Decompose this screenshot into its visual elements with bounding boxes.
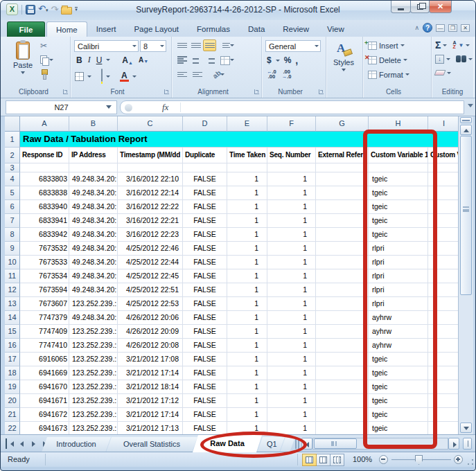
cell[interactable]: 1: [267, 297, 316, 311]
cell[interactable]: 6941669: [20, 366, 69, 380]
name-box-dropdown-icon[interactable]: [106, 105, 112, 109]
workbook-minimize-icon[interactable]: —: [436, 24, 445, 32]
comma-format-button[interactable]: ,: [295, 55, 298, 66]
font-size-select[interactable]: 8: [140, 40, 166, 52]
grow-font-button[interactable]: A▲: [121, 55, 134, 65]
cell[interactable]: [428, 408, 458, 422]
next-sheet-icon[interactable]: [28, 438, 37, 449]
cell[interactable]: [316, 380, 369, 394]
cell[interactable]: [428, 325, 458, 339]
cell[interactable]: [428, 380, 458, 394]
header-cell[interactable]: Seq. Number: [267, 148, 316, 163]
cell[interactable]: 1: [267, 366, 316, 380]
cell[interactable]: FALSE: [183, 394, 227, 408]
cell[interactable]: [428, 297, 458, 311]
cell[interactable]: ayhrw: [369, 311, 428, 325]
cell[interactable]: 1: [227, 366, 267, 380]
decrease-decimal-icon[interactable]: .00→.0: [282, 69, 292, 79]
normal-view-button[interactable]: [302, 454, 317, 466]
cell[interactable]: [428, 214, 458, 228]
column-header-F[interactable]: F: [267, 116, 316, 132]
cell[interactable]: [316, 163, 369, 172]
column-header-B[interactable]: B: [69, 116, 118, 132]
cell[interactable]: 4/25/2012 22:53: [118, 297, 183, 311]
italic-button[interactable]: I: [87, 55, 92, 65]
row-header-7[interactable]: 7: [5, 214, 20, 228]
cell[interactable]: [316, 256, 369, 269]
cell[interactable]: FALSE: [183, 366, 227, 380]
cell[interactable]: 123.252.239.:: [69, 380, 118, 394]
cell[interactable]: 1: [267, 283, 316, 297]
cell[interactable]: [428, 394, 458, 408]
delete-cells-button[interactable]: ✕Delete: [366, 54, 407, 66]
tab-split-handle[interactable]: [463, 438, 472, 450]
cell[interactable]: tgeic: [369, 200, 428, 214]
cell[interactable]: 1: [227, 214, 267, 228]
bold-button[interactable]: B: [75, 55, 84, 65]
cell[interactable]: 3/21/2012 18:14: [118, 380, 183, 394]
insert-cells-button[interactable]: +Insert: [366, 39, 405, 51]
copy-button[interactable]: [40, 54, 53, 65]
cell[interactable]: 123.252.239.:: [69, 297, 118, 311]
align-middle-button[interactable]: [189, 39, 202, 51]
cell[interactable]: 7747379: [20, 311, 69, 325]
cell[interactable]: [428, 242, 458, 256]
sheet-tab-introduction[interactable]: Introduction: [42, 437, 111, 452]
cell[interactable]: 1: [227, 242, 267, 256]
row-header-8[interactable]: 8: [5, 228, 20, 242]
maximize-button[interactable]: [410, 1, 430, 13]
orientation-button[interactable]: ab: [212, 69, 225, 80]
font-family-select[interactable]: Calibri: [74, 40, 139, 52]
tab-insert[interactable]: Insert: [87, 21, 125, 37]
row-header-19[interactable]: 19: [5, 380, 20, 394]
page-layout-view-button[interactable]: [316, 454, 330, 466]
cell[interactable]: 1: [227, 380, 267, 394]
cell[interactable]: 1: [227, 172, 267, 186]
split-handle[interactable]: [460, 117, 472, 123]
row-header-11[interactable]: 11: [5, 269, 20, 283]
cell[interactable]: 49.248.34.20:: [69, 256, 118, 269]
cell[interactable]: 1: [227, 339, 267, 353]
cell[interactable]: 1: [227, 422, 267, 434]
cell[interactable]: [227, 163, 267, 172]
number-dialog-launcher[interactable]: [319, 89, 324, 94]
cell[interactable]: 3/21/2012 17:14: [118, 366, 183, 380]
cell[interactable]: 49.248.34.20:: [69, 200, 118, 214]
clear-button[interactable]: [434, 70, 446, 75]
percent-format-button[interactable]: %: [284, 55, 292, 65]
cell[interactable]: FALSE: [183, 256, 227, 269]
row-header-2[interactable]: 2: [5, 148, 20, 163]
cell[interactable]: 7747409: [20, 325, 69, 339]
header-cell[interactable]: Custom V: [428, 148, 458, 163]
cell[interactable]: 4/26/2012 20:06: [118, 311, 183, 325]
cell[interactable]: 123.252.239.:: [69, 394, 118, 408]
cell[interactable]: FALSE: [183, 172, 227, 186]
cell[interactable]: [428, 228, 458, 242]
cell[interactable]: rlpri: [369, 269, 428, 283]
minimize-ribbon-icon[interactable]: ∧: [414, 24, 419, 31]
cell[interactable]: 3/16/2012 22:14: [118, 186, 183, 200]
cell[interactable]: 3/16/2012 22:21: [118, 214, 183, 228]
cell[interactable]: 1: [267, 339, 316, 353]
cell[interactable]: 7747410: [20, 339, 69, 353]
cell[interactable]: [428, 366, 458, 380]
cell[interactable]: 3/21/2012 17:14: [118, 408, 183, 422]
borders-icon[interactable]: [75, 72, 84, 81]
row-header-14[interactable]: 14: [5, 311, 20, 325]
cell[interactable]: 49.248.34.20:: [69, 311, 118, 325]
cell[interactable]: FALSE: [183, 283, 227, 297]
cell[interactable]: [428, 422, 458, 434]
align-bottom-button[interactable]: [203, 39, 216, 51]
header-cell[interactable]: IP Address: [69, 148, 118, 163]
cell[interactable]: 1: [267, 269, 316, 283]
cell[interactable]: [316, 353, 369, 366]
cell[interactable]: [316, 200, 369, 214]
column-header-C[interactable]: C: [118, 116, 183, 132]
tab-home[interactable]: Home: [46, 21, 87, 37]
cell[interactable]: tgeic: [369, 394, 428, 408]
cell[interactable]: [69, 163, 118, 172]
fill-color-icon[interactable]: [101, 69, 103, 84]
cell[interactable]: FALSE: [183, 269, 227, 283]
align-center-button[interactable]: [189, 54, 202, 66]
cell[interactable]: 49.248.34.20:: [69, 242, 118, 256]
